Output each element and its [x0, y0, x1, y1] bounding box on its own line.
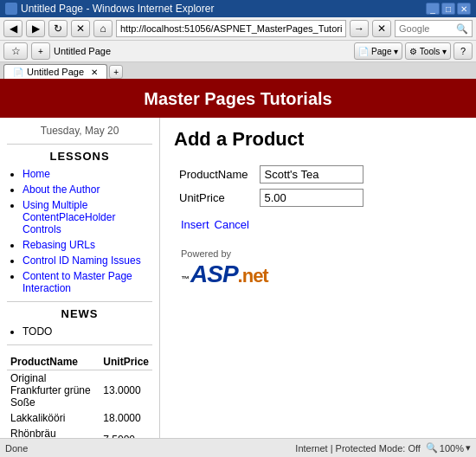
divider-2	[7, 301, 152, 302]
unit-price-label: UnitPrice	[174, 186, 254, 209]
col-productname: ProductName	[7, 354, 100, 370]
divider-3	[7, 344, 152, 345]
status-right: Internet | Protected Mode: Off 🔍 100% ▾	[295, 442, 471, 454]
address-bar[interactable]	[116, 20, 346, 37]
product-name-input[interactable]	[260, 165, 363, 183]
news-title: NEWS	[7, 307, 152, 320]
tab-icon: 📄	[13, 68, 23, 77]
page-header-title: Master Pages Tutorials	[144, 89, 331, 108]
product-name-cell: Lakkalikööri	[7, 410, 100, 426]
lessons-list: Home About the Author Using Multiple Con…	[7, 168, 152, 294]
rebasing-link[interactable]: Rebasing URLs	[23, 239, 95, 251]
col-unitprice: UnitPrice	[100, 354, 152, 370]
address-input[interactable]	[120, 23, 342, 34]
divider-1	[7, 144, 152, 145]
list-item: Content to Master Page Interaction	[23, 270, 152, 294]
tools-menu-button[interactable]: ⚙ Tools ▾	[405, 42, 451, 60]
page-title: Add a Product	[174, 128, 462, 151]
maximize-button[interactable]: □	[441, 3, 455, 15]
unit-price-input[interactable]	[260, 189, 363, 207]
home-button[interactable]: ⌂	[93, 20, 113, 37]
list-item: Home	[23, 168, 152, 180]
window-controls: _ □ ✕	[426, 3, 471, 15]
secondary-toolbar: ☆ + Untitled Page 📄 Page ▾ ⚙ Tools ▾ ?	[0, 41, 476, 62]
news-list: TODO	[7, 325, 152, 338]
cancel-link[interactable]: Cancel	[215, 218, 249, 231]
search-input[interactable]	[399, 23, 456, 34]
security-zone: Internet | Protected Mode: Off	[295, 443, 421, 454]
news-section: NEWS TODO	[7, 307, 152, 338]
table-row: Lakkalikööri18.0000	[7, 410, 152, 426]
minimize-button[interactable]: _	[426, 3, 440, 15]
aspnet-tm: ™	[181, 274, 190, 284]
content-area: Add a Product ProductName UnitPrice Inse…	[160, 118, 476, 454]
stop-button[interactable]: ✕	[71, 20, 90, 37]
back-button[interactable]: ◀	[3, 20, 23, 37]
lessons-title: LESSONS	[7, 150, 152, 163]
home-link[interactable]: Home	[23, 168, 50, 180]
multiplaceholder-link[interactable]: Using Multiple ContentPlaceHolder Contro…	[23, 199, 115, 235]
list-item: Using Multiple ContentPlaceHolder Contro…	[23, 199, 152, 235]
window-title: Untitled Page - Windows Internet Explore…	[21, 3, 214, 15]
search-box[interactable]: 🔍	[395, 20, 473, 37]
zoom-controls[interactable]: 🔍 100% ▾	[426, 442, 471, 454]
new-tab-button[interactable]: +	[109, 65, 123, 79]
help-button[interactable]: ?	[453, 42, 473, 60]
nav-toolbar: ◀ ▶ ↻ ✕ ⌂ → ✕ 🔍	[0, 17, 476, 41]
page-header: Master Pages Tutorials	[0, 80, 476, 118]
list-item: About the Author	[23, 183, 152, 196]
product-name-cell: Original Frankfurter grüne Soße	[7, 370, 100, 411]
page-menu-button[interactable]: 📄 Page ▾	[354, 42, 402, 60]
aspnet-logo: Powered by ™ ASP.net	[181, 248, 462, 288]
sidebar: Tuesday, May 20 LESSONS Home About the A…	[0, 118, 160, 454]
list-item: Rebasing URLs	[23, 239, 152, 251]
news-item: TODO	[23, 325, 152, 338]
tab-label: Untitled Page	[27, 67, 84, 77]
tab-bar: 📄 Untitled Page ✕ +	[0, 62, 476, 80]
add-product-form: ProductName UnitPrice	[174, 163, 369, 209]
aspnet-brand: ASP.net	[190, 261, 268, 288]
refresh-button[interactable]: ↻	[48, 20, 68, 37]
form-actions: InsertCancel	[181, 218, 462, 231]
interaction-link[interactable]: Content to Master Page Interaction	[23, 270, 132, 294]
add-favorites-button[interactable]: +	[31, 42, 50, 60]
bookmark-label: Untitled Page	[54, 46, 111, 56]
zoom-icon: 🔍	[426, 442, 438, 454]
forward-button[interactable]: ▶	[26, 20, 45, 37]
search-icon[interactable]: 🔍	[456, 23, 468, 35]
asp-text: ASP	[190, 261, 238, 287]
table-row: Original Frankfurter grüne Soße13.0000	[7, 370, 152, 411]
main-layout: Tuesday, May 20 LESSONS Home About the A…	[0, 118, 476, 454]
product-name-label: ProductName	[174, 163, 254, 186]
browser-icon	[5, 3, 17, 15]
sidebar-date: Tuesday, May 20	[7, 125, 152, 137]
zoom-level: 100%	[440, 443, 464, 454]
tab-close-icon[interactable]: ✕	[91, 68, 98, 77]
status-text: Done	[5, 443, 28, 454]
about-link[interactable]: About the Author	[23, 183, 100, 196]
net-text: .net	[238, 265, 268, 286]
list-item: Control ID Naming Issues	[23, 254, 152, 267]
close-tab-button[interactable]: ✕	[372, 20, 391, 37]
zoom-dropdown-icon[interactable]: ▾	[466, 442, 471, 454]
unit-price-cell: 13.0000	[100, 370, 152, 411]
go-button[interactable]: →	[350, 20, 369, 37]
status-bar: Done Internet | Protected Mode: Off 🔍 10…	[0, 438, 476, 457]
unit-price-cell: 18.0000	[100, 410, 152, 426]
powered-by-text: Powered by	[181, 248, 462, 259]
title-bar: Untitled Page - Windows Internet Explore…	[0, 0, 476, 17]
close-button[interactable]: ✕	[457, 3, 471, 15]
controlid-link[interactable]: Control ID Naming Issues	[23, 254, 141, 267]
favorites-button[interactable]: ☆	[3, 42, 28, 60]
active-tab[interactable]: 📄 Untitled Page ✕	[3, 64, 107, 79]
insert-link[interactable]: Insert	[181, 218, 209, 231]
